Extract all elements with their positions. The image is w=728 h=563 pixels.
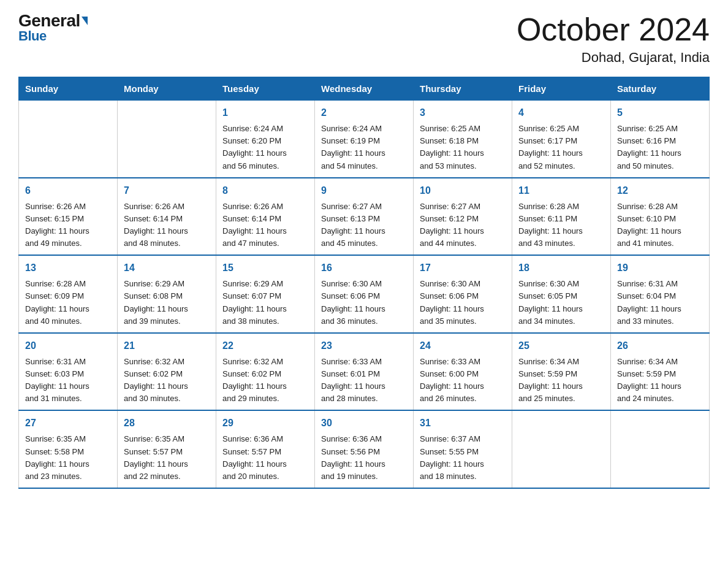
logo: General Blue: [18, 12, 88, 44]
calendar-cell: 6Sunrise: 6:26 AMSunset: 6:15 PMDaylight…: [19, 178, 118, 256]
day-info: Sunrise: 6:25 AMSunset: 6:16 PMDaylight:…: [617, 123, 703, 172]
day-info: Sunrise: 6:30 AMSunset: 6:06 PMDaylight:…: [321, 278, 407, 327]
day-number: 30: [321, 416, 407, 431]
day-number: 22: [222, 339, 308, 353]
day-info: Sunrise: 6:37 AMSunset: 5:55 PMDaylight:…: [420, 433, 506, 483]
calendar-cell: 17Sunrise: 6:30 AMSunset: 6:06 PMDayligh…: [414, 255, 512, 333]
title-section: October 2024 Dohad, Gujarat, India: [517, 12, 710, 66]
day-number: 29: [222, 416, 308, 431]
day-number: 26: [617, 339, 703, 353]
day-info: Sunrise: 6:31 AMSunset: 6:04 PMDaylight:…: [617, 278, 703, 327]
day-info: Sunrise: 6:26 AMSunset: 6:14 PMDaylight:…: [124, 201, 210, 250]
calendar-cell: 29Sunrise: 6:36 AMSunset: 5:57 PMDayligh…: [216, 410, 315, 488]
day-number: 7: [124, 183, 210, 198]
calendar-title: October 2024: [517, 12, 710, 47]
day-number: 31: [420, 416, 506, 431]
calendar-cell: 1Sunrise: 6:24 AMSunset: 6:20 PMDaylight…: [216, 101, 315, 178]
day-number: 18: [518, 261, 604, 275]
calendar-cell: 24Sunrise: 6:33 AMSunset: 6:00 PMDayligh…: [414, 333, 512, 411]
calendar-cell: 28Sunrise: 6:35 AMSunset: 5:57 PMDayligh…: [118, 410, 216, 488]
day-number: 8: [222, 183, 308, 198]
day-number: 27: [25, 416, 111, 431]
day-number: 10: [420, 183, 506, 198]
calendar-day-header: Sunday: [19, 77, 118, 101]
day-number: 13: [25, 261, 111, 275]
day-number: 28: [124, 416, 210, 431]
day-info: Sunrise: 6:33 AMSunset: 6:00 PMDaylight:…: [420, 356, 506, 405]
day-info: Sunrise: 6:34 AMSunset: 5:59 PMDaylight:…: [518, 356, 604, 405]
day-number: 23: [321, 339, 407, 353]
day-info: Sunrise: 6:30 AMSunset: 6:05 PMDaylight:…: [518, 278, 604, 327]
calendar-day-header: Monday: [118, 77, 216, 101]
calendar-cell: 27Sunrise: 6:35 AMSunset: 5:58 PMDayligh…: [19, 410, 118, 488]
day-number: 6: [25, 183, 111, 198]
day-info: Sunrise: 6:34 AMSunset: 5:59 PMDaylight:…: [617, 356, 703, 405]
calendar-day-header: Tuesday: [216, 77, 315, 101]
calendar-day-header: Thursday: [414, 77, 512, 101]
logo-general-text: General: [18, 12, 88, 29]
calendar-cell: 31Sunrise: 6:37 AMSunset: 5:55 PMDayligh…: [414, 410, 512, 488]
calendar-cell: 22Sunrise: 6:32 AMSunset: 6:02 PMDayligh…: [216, 333, 315, 411]
calendar-cell: 30Sunrise: 6:36 AMSunset: 5:56 PMDayligh…: [315, 410, 414, 488]
day-info: Sunrise: 6:31 AMSunset: 6:03 PMDaylight:…: [25, 356, 111, 405]
calendar-subtitle: Dohad, Gujarat, India: [517, 50, 710, 66]
day-info: Sunrise: 6:28 AMSunset: 6:09 PMDaylight:…: [25, 278, 111, 327]
calendar-cell: 10Sunrise: 6:27 AMSunset: 6:12 PMDayligh…: [414, 178, 512, 256]
day-number: 19: [617, 261, 703, 275]
day-number: 12: [617, 183, 703, 198]
logo-blue-text: Blue: [18, 28, 47, 44]
day-info: Sunrise: 6:25 AMSunset: 6:18 PMDaylight:…: [420, 123, 506, 172]
day-info: Sunrise: 6:32 AMSunset: 6:02 PMDaylight:…: [222, 356, 308, 405]
day-number: 24: [420, 339, 506, 353]
calendar-cell: 16Sunrise: 6:30 AMSunset: 6:06 PMDayligh…: [315, 255, 414, 333]
day-number: 2: [321, 105, 407, 120]
day-number: 5: [617, 105, 703, 120]
calendar-cell: 11Sunrise: 6:28 AMSunset: 6:11 PMDayligh…: [512, 178, 611, 256]
calendar-table: SundayMondayTuesdayWednesdayThursdayFrid…: [18, 77, 710, 489]
day-info: Sunrise: 6:33 AMSunset: 6:01 PMDaylight:…: [321, 356, 407, 405]
calendar-day-header: Wednesday: [315, 77, 414, 101]
calendar-cell: 9Sunrise: 6:27 AMSunset: 6:13 PMDaylight…: [315, 178, 414, 256]
calendar-cell: 14Sunrise: 6:29 AMSunset: 6:08 PMDayligh…: [118, 255, 216, 333]
day-info: Sunrise: 6:25 AMSunset: 6:17 PMDaylight:…: [518, 123, 604, 172]
calendar-cell: 3Sunrise: 6:25 AMSunset: 6:18 PMDaylight…: [414, 101, 512, 178]
day-info: Sunrise: 6:36 AMSunset: 5:56 PMDaylight:…: [321, 433, 407, 483]
calendar-cell: 23Sunrise: 6:33 AMSunset: 6:01 PMDayligh…: [315, 333, 414, 411]
day-number: 1: [222, 105, 308, 120]
page-header: General Blue October 2024 Dohad, Gujarat…: [18, 12, 710, 66]
calendar-cell: 25Sunrise: 6:34 AMSunset: 5:59 PMDayligh…: [512, 333, 611, 411]
calendar-cell: 5Sunrise: 6:25 AMSunset: 6:16 PMDaylight…: [611, 101, 710, 178]
day-info: Sunrise: 6:24 AMSunset: 6:19 PMDaylight:…: [321, 123, 407, 172]
day-info: Sunrise: 6:30 AMSunset: 6:06 PMDaylight:…: [420, 278, 506, 327]
day-info: Sunrise: 6:24 AMSunset: 6:20 PMDaylight:…: [222, 123, 308, 172]
calendar-cell: [118, 101, 216, 178]
day-number: 17: [420, 261, 506, 275]
calendar-cell: 21Sunrise: 6:32 AMSunset: 6:02 PMDayligh…: [118, 333, 216, 411]
calendar-day-header: Friday: [512, 77, 611, 101]
day-number: 16: [321, 261, 407, 275]
calendar-cell: 7Sunrise: 6:26 AMSunset: 6:14 PMDaylight…: [118, 178, 216, 256]
day-number: 9: [321, 183, 407, 198]
day-number: 3: [420, 105, 506, 120]
calendar-cell: 2Sunrise: 6:24 AMSunset: 6:19 PMDaylight…: [315, 101, 414, 178]
day-number: 14: [124, 261, 210, 275]
day-number: 11: [518, 183, 604, 198]
day-info: Sunrise: 6:26 AMSunset: 6:14 PMDaylight:…: [222, 201, 308, 250]
day-number: 4: [518, 105, 604, 120]
day-info: Sunrise: 6:28 AMSunset: 6:11 PMDaylight:…: [518, 201, 604, 250]
day-info: Sunrise: 6:29 AMSunset: 6:07 PMDaylight:…: [222, 278, 308, 327]
day-info: Sunrise: 6:35 AMSunset: 5:57 PMDaylight:…: [124, 433, 210, 483]
day-info: Sunrise: 6:27 AMSunset: 6:13 PMDaylight:…: [321, 201, 407, 250]
day-info: Sunrise: 6:26 AMSunset: 6:15 PMDaylight:…: [25, 201, 111, 250]
calendar-cell: 20Sunrise: 6:31 AMSunset: 6:03 PMDayligh…: [19, 333, 118, 411]
day-number: 21: [124, 339, 210, 353]
calendar-cell: 19Sunrise: 6:31 AMSunset: 6:04 PMDayligh…: [611, 255, 710, 333]
calendar-cell: 8Sunrise: 6:26 AMSunset: 6:14 PMDaylight…: [216, 178, 315, 256]
day-number: 15: [222, 261, 308, 275]
calendar-cell: 4Sunrise: 6:25 AMSunset: 6:17 PMDaylight…: [512, 101, 611, 178]
day-number: 25: [518, 339, 604, 353]
day-info: Sunrise: 6:32 AMSunset: 6:02 PMDaylight:…: [124, 356, 210, 405]
day-number: 20: [25, 339, 111, 353]
calendar-cell: 26Sunrise: 6:34 AMSunset: 5:59 PMDayligh…: [611, 333, 710, 411]
day-info: Sunrise: 6:29 AMSunset: 6:08 PMDaylight:…: [124, 278, 210, 327]
